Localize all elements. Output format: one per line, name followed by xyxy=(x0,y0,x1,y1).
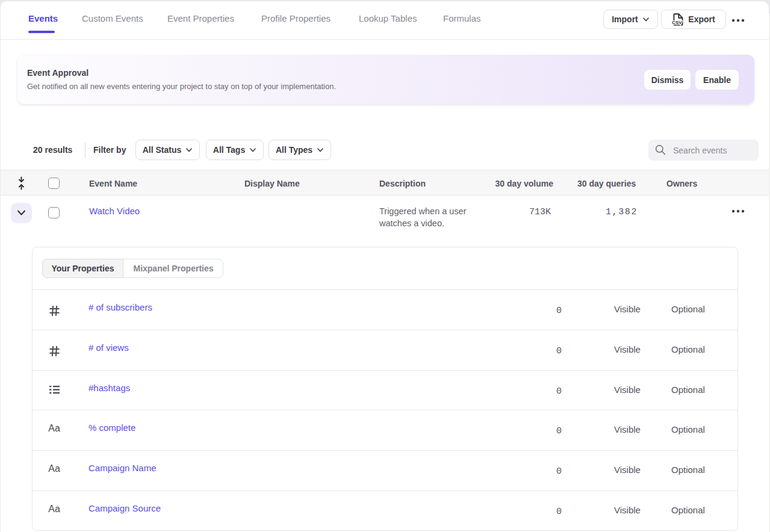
svg-text:CSV: CSV xyxy=(672,19,682,25)
